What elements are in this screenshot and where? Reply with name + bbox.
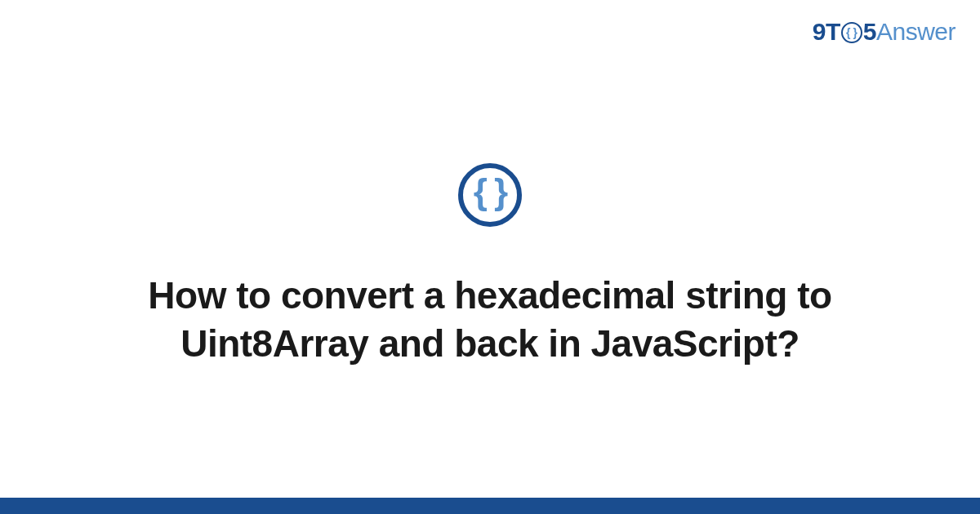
main-content: { } How to convert a hexadecimal string … [0,0,980,498]
page-title: How to convert a hexadecimal string to U… [122,272,858,368]
topic-braces-icon: { } [458,163,522,227]
bottom-bar [0,498,980,514]
topic-icon-glyph: { } [474,171,506,212]
